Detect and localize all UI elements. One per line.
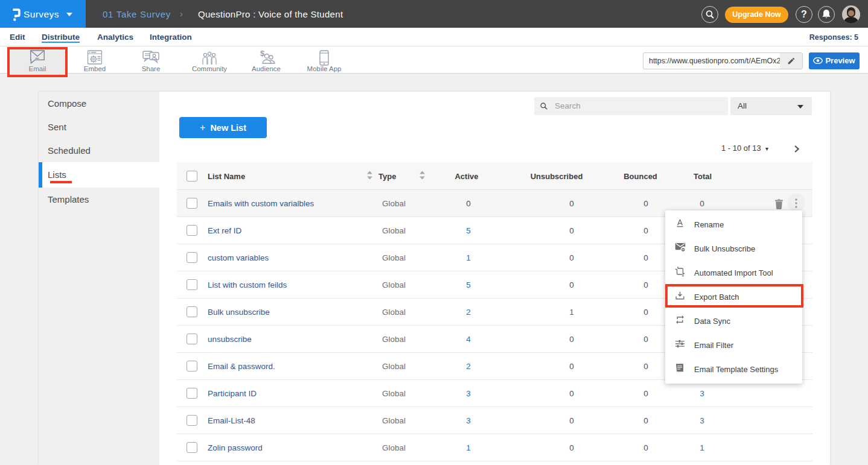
svg-text:$: $ [260,50,265,58]
